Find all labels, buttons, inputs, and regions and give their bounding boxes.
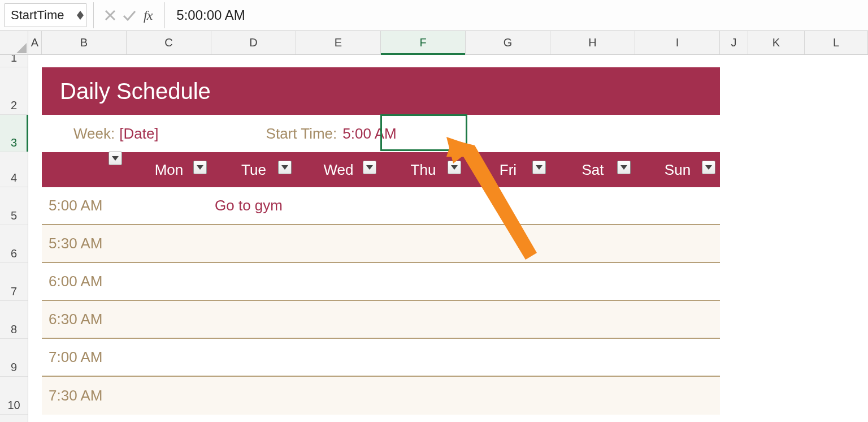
formula-bar-value[interactable]: 5:00:00 AM (173, 7, 245, 23)
svg-marker-0 (77, 11, 84, 15)
row-header-5[interactable]: 5 (0, 187, 28, 225)
caret-up-icon (77, 11, 84, 15)
svg-marker-10 (620, 165, 627, 170)
divider (93, 2, 94, 28)
name-box-spinner[interactable] (77, 11, 84, 20)
row-header-7[interactable]: 7 (0, 263, 28, 301)
time-slot: 5:30 AM (42, 235, 127, 252)
svg-marker-11 (705, 165, 712, 170)
col-header-H[interactable]: H (550, 31, 635, 54)
col-header-F[interactable]: F (381, 31, 466, 54)
filter-button[interactable] (532, 161, 546, 174)
col-header-L[interactable]: L (805, 31, 868, 54)
caret-down-icon (197, 165, 203, 170)
start-time-label: Start Time: (266, 125, 337, 143)
schedule-row: 6:00 AM (42, 263, 720, 301)
svg-marker-1 (77, 15, 84, 20)
day-header-row: Mon Tue Wed Thu Fri (42, 152, 720, 187)
confirm-edit-button[interactable] (120, 6, 139, 25)
row-header-4[interactable]: 4 (0, 152, 28, 187)
day-label: Mon (155, 161, 184, 179)
row-header-9[interactable]: 9 (0, 339, 28, 377)
cells-area[interactable]: Daily Schedule Week: [Date] Start Time: … (28, 55, 868, 422)
col-header-D[interactable]: D (211, 31, 296, 54)
col-header-G[interactable]: G (466, 31, 550, 54)
cancel-edit-button[interactable] (101, 6, 120, 25)
schedule-cell[interactable]: Go to gym (211, 197, 296, 214)
week-value[interactable]: [Date] (119, 125, 158, 143)
row-header-6[interactable]: 6 (0, 225, 28, 263)
caret-down-icon (366, 165, 373, 170)
fill-handle[interactable] (463, 147, 468, 152)
caret-down-icon (451, 165, 458, 170)
col-header-B[interactable]: B (42, 31, 127, 54)
select-all-corner[interactable] (0, 31, 28, 55)
close-icon (105, 10, 116, 21)
svg-marker-8 (451, 165, 458, 170)
schedule-row: 5:00 AM Go to gym (42, 187, 720, 225)
caret-down-icon (705, 165, 712, 170)
row-header-10[interactable]: 10 (0, 377, 28, 415)
col-header-I[interactable]: I (635, 31, 720, 54)
filter-button[interactable] (193, 161, 207, 174)
filter-button[interactable] (278, 161, 292, 174)
schedule-row: 6:30 AM (42, 301, 720, 339)
name-box[interactable]: StartTime (5, 3, 86, 27)
time-slot: 6:30 AM (42, 311, 127, 328)
col-header-C[interactable]: C (127, 31, 211, 54)
time-slot: 5:00 AM (42, 197, 127, 214)
caret-down-icon (77, 15, 84, 20)
svg-marker-6 (281, 165, 288, 170)
filter-button[interactable] (448, 161, 461, 174)
day-header-mon: Mon (127, 161, 211, 179)
day-header-wed: Wed (296, 161, 381, 179)
filter-button[interactable] (363, 161, 376, 174)
day-header-sun: Sun (635, 161, 720, 179)
fx-label[interactable]: fx (144, 8, 152, 23)
svg-marker-9 (536, 165, 542, 170)
column-headers: A B C D E F G H I J K L (28, 31, 868, 55)
row-headers: 1 2 3 4 5 6 7 8 9 10 (0, 55, 28, 422)
row-header-1[interactable]: 1 (0, 55, 28, 67)
day-header-tue: Tue (211, 161, 296, 179)
title-bar: Daily Schedule (42, 67, 720, 115)
page-title: Daily Schedule (42, 79, 211, 104)
filter-button[interactable] (702, 161, 715, 174)
day-label: Fri (500, 161, 517, 179)
row-header-2[interactable]: 2 (0, 67, 28, 115)
meta-row: Week: [Date] Start Time: 5:00 AM (42, 115, 720, 152)
col-header-E[interactable]: E (296, 31, 381, 54)
schedule-row: 7:30 AM (42, 377, 720, 415)
caret-down-icon (112, 156, 119, 161)
divider (164, 2, 165, 28)
caret-down-icon (536, 165, 542, 170)
day-header-sat: Sat (550, 161, 635, 179)
formula-bar: StartTime fx 5:00:00 AM (0, 0, 868, 31)
day-header-thu: Thu (381, 161, 466, 179)
day-header-fri: Fri (466, 161, 550, 179)
schedule-row: 7:00 AM (42, 339, 720, 377)
start-time-value[interactable]: 5:00 AM (342, 125, 396, 143)
col-header-J[interactable]: J (720, 31, 748, 54)
svg-marker-5 (197, 165, 203, 170)
name-box-value: StartTime (5, 8, 64, 23)
day-label: Sun (665, 161, 691, 179)
row-header-3[interactable]: 3 (0, 115, 28, 152)
week-label: Week: (73, 125, 115, 143)
check-icon (123, 10, 136, 21)
filter-button[interactable] (617, 161, 631, 174)
svg-marker-7 (366, 165, 373, 170)
day-label: Thu (411, 161, 436, 179)
day-label: Sat (581, 161, 604, 179)
row-header-8[interactable]: 8 (0, 301, 28, 339)
filter-button[interactable] (108, 152, 122, 165)
time-slot: 7:00 AM (42, 348, 127, 366)
time-slot: 7:30 AM (42, 387, 127, 404)
svg-marker-4 (112, 156, 119, 161)
col-header-A[interactable]: A (28, 31, 42, 54)
schedule-row: 5:30 AM (42, 225, 720, 263)
day-label: Tue (241, 161, 266, 179)
time-slot: 6:00 AM (42, 273, 127, 290)
day-label: Wed (324, 161, 354, 179)
col-header-K[interactable]: K (748, 31, 805, 54)
